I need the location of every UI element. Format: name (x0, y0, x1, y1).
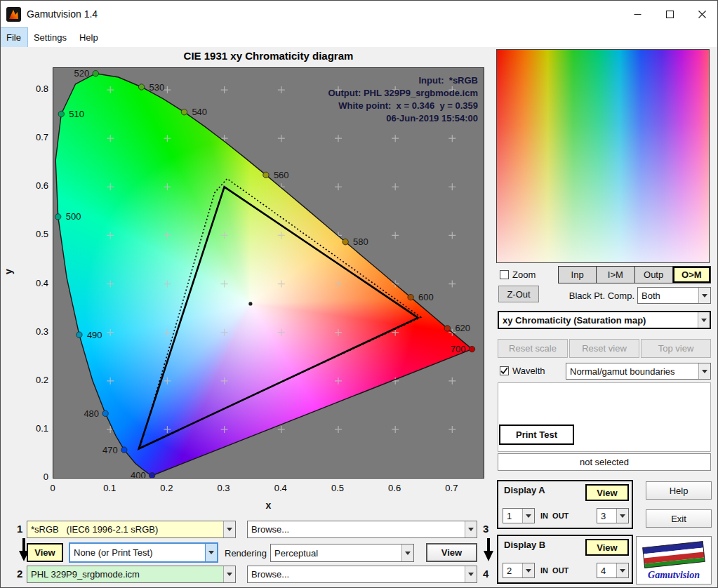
view-mode-buttons: Inp I>M Outp O>M (558, 266, 711, 283)
slot-1-label: 1 (17, 523, 22, 535)
minimize-button[interactable] (621, 0, 653, 28)
x-tick-label: 0.3 (210, 483, 238, 493)
display-b-group: Display B View 2 IN OUT 4 (497, 535, 633, 584)
dropdown-arrow-icon (401, 544, 413, 561)
black-pt-comp-select[interactable]: Both (637, 287, 711, 304)
display-b-inout-label: IN OUT (540, 566, 569, 575)
gamutvision-flag-icon (640, 540, 707, 570)
svg-text:520: 520 (74, 68, 90, 79)
dropdown-arrow-icon (616, 563, 628, 577)
rendering-intent-select[interactable]: Perceptual (270, 544, 414, 562)
svg-text:510: 510 (69, 109, 84, 119)
output-view-button[interactable]: View (426, 543, 477, 562)
checkmark-icon (500, 367, 508, 375)
display-a-title: Display A (504, 485, 545, 495)
display-b-out-select[interactable]: 4 (597, 563, 629, 578)
wavelth-checkbox-row: Wavelth (500, 366, 545, 376)
output-browse-select[interactable]: Browse... (247, 566, 477, 583)
close-button[interactable] (686, 0, 718, 28)
y-tick-label: 0.1 (19, 423, 48, 434)
x-tick-label: 0.5 (324, 483, 352, 493)
dropdown-arrow-icon (223, 521, 235, 537)
dropdown-arrow-icon (698, 312, 710, 328)
figure-area: CIE 1931 xy Chromaticity diagram 5205305… (0, 47, 496, 519)
display-a-in-select[interactable]: 1 (503, 508, 535, 523)
status-bar: not selected (498, 453, 711, 471)
wavelth-label: Wavelth (512, 366, 545, 376)
x-tick-label: 0.4 (267, 483, 295, 493)
slot-2-label: 2 (17, 568, 22, 580)
chart-title: CIE 1931 xy Chromaticity diagram (53, 50, 484, 62)
dropdown-arrow-icon (698, 363, 710, 379)
display-mode-select[interactable]: xy Chromaticity (Saturation map) (498, 311, 711, 329)
x-tick-label: 0.7 (437, 483, 465, 493)
svg-text:580: 580 (353, 236, 368, 247)
menubar: File Settings Help (0, 28, 718, 47)
reset-view-button[interactable]: Reset view (569, 339, 639, 358)
chromaticity-plot[interactable]: 5205305405605806006207005105004904804704… (53, 67, 484, 479)
zoom-label: Zoom (512, 269, 536, 280)
menu-help[interactable]: Help (73, 28, 105, 47)
display-b-title: Display B (504, 540, 545, 550)
maximize-button[interactable] (653, 0, 686, 28)
input-browse-select[interactable]: Browse... (247, 521, 477, 538)
y-tick-label: 0 (19, 472, 48, 482)
svg-text:540: 540 (192, 107, 207, 117)
inp-button[interactable]: Inp (559, 267, 596, 283)
dropdown-arrow-icon (465, 521, 477, 537)
app-icon (6, 7, 21, 22)
saturation-map-preview[interactable] (496, 49, 710, 263)
display-a-inout-label: IN OUT (540, 512, 569, 520)
svg-text:470: 470 (102, 445, 118, 455)
display-a-group: Display A View 1 IN OUT 3 (497, 480, 633, 529)
x-tick-label: 0 (39, 483, 67, 493)
svg-text:480: 480 (84, 408, 99, 419)
input-to-monitor-button[interactable]: I>M (597, 267, 634, 283)
display-b-view-button[interactable]: View (585, 539, 629, 556)
input-profile-combo[interactable]: *sRGB (IEC6 1996-2.1 sRGB) (27, 521, 236, 538)
menu-settings[interactable]: Settings (27, 28, 73, 47)
svg-text:600: 600 (418, 292, 434, 302)
print-test-button[interactable]: Print Test (499, 425, 574, 445)
reset-scale-button[interactable]: Reset scale (498, 339, 568, 358)
svg-text:560: 560 (274, 170, 289, 180)
wavelth-checkbox[interactable] (500, 366, 509, 375)
dropdown-arrow-icon (522, 563, 534, 577)
exit-button[interactable]: Exit (646, 509, 712, 528)
svg-text:White point: x = 0.346 y = 0: White point: x = 0.346 y = 0.359 (338, 100, 478, 111)
display-a-view-button[interactable]: View (585, 484, 629, 501)
logo-text: Gamutvision (648, 570, 700, 581)
print-test-select[interactable]: None (or Print Test) (69, 542, 218, 563)
maximize-icon (666, 11, 674, 18)
display-a-out-select[interactable]: 3 (597, 508, 629, 523)
outp-button[interactable]: Outp (635, 267, 672, 283)
window-title: Gamutvision 1.4 (27, 8, 98, 20)
y-tick-label: 0.6 (19, 180, 48, 191)
dropdown-arrow-icon (616, 509, 628, 523)
output-to-monitor-button[interactable]: O>M (673, 267, 710, 283)
dropdown-arrow-icon (465, 566, 477, 582)
input-view-button[interactable]: View (27, 543, 63, 562)
top-view-button[interactable]: Top view (641, 339, 711, 358)
flow-arrow-right-icon (482, 538, 495, 562)
slot-3-label: 3 (483, 523, 488, 535)
help-button[interactable]: Help (646, 481, 712, 500)
y-axis-label: y (3, 269, 14, 274)
dropdown-arrow-icon (223, 566, 235, 582)
svg-text:06-Jun-2019 15:54:00: 06-Jun-2019 15:54:00 (386, 113, 478, 123)
window-controls (621, 0, 718, 28)
slot-4-label: 4 (483, 568, 488, 580)
black-pt-comp-label: Black Pt. Comp. (567, 290, 634, 301)
menu-file[interactable]: File (0, 28, 27, 47)
x-tick-label: 0.6 (380, 483, 408, 493)
boundaries-select[interactable]: Normal/gamut boundaries (566, 363, 711, 380)
z-out-button[interactable]: Z-Out (498, 286, 539, 302)
output-profile-combo[interactable]: PHL 329P9_srgbmode.icm (27, 566, 236, 583)
minimize-icon (634, 11, 641, 18)
dropdown-arrow-icon (522, 509, 534, 523)
dropdown-arrow-icon (205, 544, 217, 561)
display-b-in-select[interactable]: 2 (503, 563, 535, 578)
zoom-checkbox[interactable] (500, 270, 509, 279)
close-icon (698, 11, 706, 18)
y-tick-label: 0.8 (19, 83, 48, 94)
